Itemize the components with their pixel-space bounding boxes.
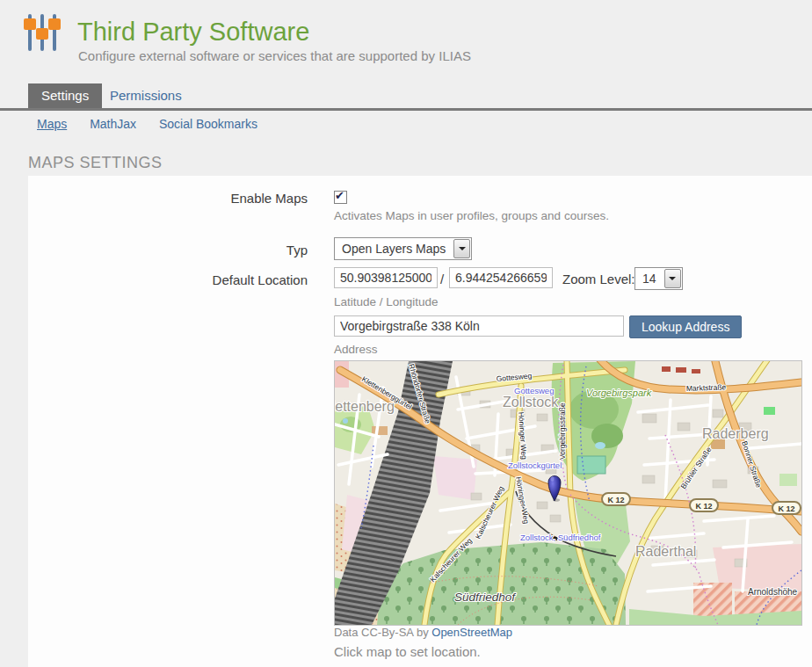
sliders-icon bbox=[21, 11, 63, 55]
type-select[interactable]: Open Layers Maps bbox=[334, 237, 472, 260]
address-input[interactable] bbox=[334, 315, 624, 337]
type-select-value: Open Layers Maps bbox=[335, 242, 453, 256]
zoom-level-label: Zoom Level: bbox=[562, 272, 635, 286]
transit-stop-label: Zollstock, Südfriedhof bbox=[520, 533, 601, 542]
street-label: Marktstraße bbox=[686, 382, 727, 393]
third-party-software-page: Third Party Software Configure external … bbox=[0, 0, 812, 667]
subtab-maps[interactable]: Maps bbox=[37, 117, 67, 131]
default-location-label: Default Location bbox=[28, 272, 308, 287]
street-label: Vorgebirgsstraße bbox=[558, 402, 567, 460]
map-attribution: Data CC-By-SA by OpenStreetMap bbox=[334, 626, 512, 639]
type-label: Typ bbox=[28, 243, 308, 257]
place-label: Raderberg bbox=[702, 426, 769, 441]
address-help: Address bbox=[334, 343, 378, 356]
attribution-text: Data CC-By-SA by bbox=[334, 626, 431, 639]
tab-settings[interactable]: Settings bbox=[28, 83, 102, 108]
place-label: Arnoldshöhe bbox=[748, 587, 798, 597]
place-label: Raderthal bbox=[635, 544, 696, 559]
transit-stop-label: Zollstockgürtel bbox=[508, 460, 562, 470]
enable-maps-checkbox[interactable] bbox=[334, 191, 347, 204]
zoom-level-value: 14 bbox=[635, 272, 663, 286]
svg-text:K 12: K 12 bbox=[695, 502, 712, 511]
zoom-level-select[interactable]: 14 bbox=[634, 267, 683, 290]
tab-bar: Settings Permissions bbox=[0, 83, 812, 111]
map-preview[interactable]: K 12 K 12 K 12 Klettenberg Zollstock bbox=[334, 360, 802, 626]
lat-long-separator: / bbox=[440, 272, 444, 286]
chevron-down-icon bbox=[453, 239, 470, 258]
page-subtitle: Configure external software or services … bbox=[78, 48, 471, 63]
transit-stop-label: Gottesweg bbox=[514, 386, 554, 395]
subtab-bar: Maps MathJax Social Bookmarks bbox=[37, 117, 277, 131]
svg-text:K 12: K 12 bbox=[607, 496, 624, 504]
section-title: MAPS SETTINGS bbox=[28, 154, 163, 172]
lat-long-help: Latitude / Longitude bbox=[334, 295, 439, 308]
enable-maps-help: Activates Maps in user profiles, groups … bbox=[334, 209, 609, 222]
map-hint: Click map to set location. bbox=[334, 644, 481, 659]
cemetery-label: Südfriedhof bbox=[454, 591, 516, 604]
lookup-address-button[interactable]: Lookup Address bbox=[629, 315, 742, 338]
subtab-mathjax[interactable]: MathJax bbox=[90, 117, 136, 131]
chevron-down-icon bbox=[664, 269, 681, 288]
place-label: Zollstock bbox=[503, 395, 559, 410]
subtab-social-bookmarks[interactable]: Social Bookmarks bbox=[159, 117, 257, 131]
enable-maps-label: Enable Maps bbox=[28, 191, 308, 206]
latitude-input[interactable] bbox=[334, 267, 438, 288]
longitude-input[interactable] bbox=[449, 267, 553, 288]
svg-text:K 12: K 12 bbox=[778, 504, 794, 513]
openstreetmap-link[interactable]: OpenStreetMap bbox=[431, 626, 512, 639]
maps-settings-form: Enable Maps Activates Maps in user profi… bbox=[28, 176, 812, 667]
tab-permissions[interactable]: Permissions bbox=[97, 83, 195, 108]
place-label: Klettenberg bbox=[335, 399, 395, 414]
park-label: Vorgebirgspark bbox=[586, 388, 652, 398]
page-title: Third Party Software bbox=[77, 18, 309, 47]
